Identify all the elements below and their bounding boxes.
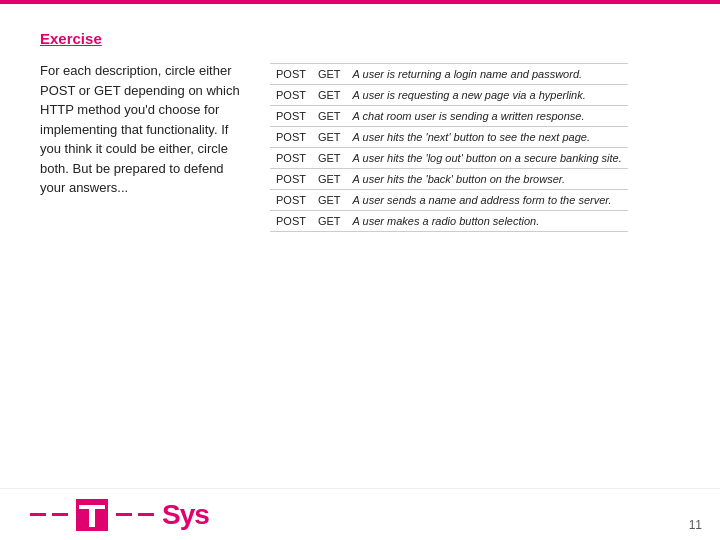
exercise-table: POSTGETA user is returning a login name … [270,63,628,232]
post-label: POST [270,211,312,232]
row-description: A user makes a radio button selection. [347,211,628,232]
dash1 [30,513,46,516]
get-label: GET [312,106,347,127]
table-row: POSTGETA user hits the 'back' button on … [270,169,628,190]
row-description: A user hits the 'back' button on the bro… [347,169,628,190]
instructions-panel: For each description, circle either POST… [40,61,240,232]
sys-text: Sys [162,499,209,531]
dash2 [52,513,68,516]
table-row: POSTGETA user hits the 'next' button to … [270,127,628,148]
exercise-table-area: POSTGETA user is returning a login name … [270,61,680,232]
t-logo [74,497,110,533]
row-description: A chat room user is sending a written re… [347,106,628,127]
page-number: 11 [689,518,702,532]
top-border [0,0,720,4]
post-label: POST [270,190,312,211]
dash4 [138,513,154,516]
row-description: A user is returning a login name and pas… [347,64,628,85]
table-row: POSTGETA user is requesting a new page v… [270,85,628,106]
get-label: GET [312,64,347,85]
row-description: A user hits the 'next' button to see the… [347,127,628,148]
bottom-bar: Sys [0,488,720,540]
post-label: POST [270,169,312,190]
get-label: GET [312,190,347,211]
content-area: Exercise For each description, circle ei… [0,0,720,252]
table-row: POSTGETA user is returning a login name … [270,64,628,85]
row-description: A user hits the 'log out' button on a se… [347,148,628,169]
brand-area: Sys [30,497,209,533]
table-row: POSTGETA user makes a radio button selec… [270,211,628,232]
exercise-title: Exercise [40,30,680,47]
post-label: POST [270,148,312,169]
post-label: POST [270,85,312,106]
get-label: GET [312,148,347,169]
svg-rect-2 [89,505,95,527]
get-label: GET [312,127,347,148]
row-description: A user sends a name and address form to … [347,190,628,211]
get-label: GET [312,211,347,232]
row-description: A user is requesting a new page via a hy… [347,85,628,106]
main-layout: For each description, circle either POST… [40,61,680,232]
post-label: POST [270,64,312,85]
get-label: GET [312,85,347,106]
table-row: POSTGETA user hits the 'log out' button … [270,148,628,169]
post-label: POST [270,106,312,127]
get-label: GET [312,169,347,190]
table-row: POSTGETA chat room user is sending a wri… [270,106,628,127]
instructions-text: For each description, circle either POST… [40,61,240,198]
dash3 [116,513,132,516]
post-label: POST [270,127,312,148]
table-row: POSTGETA user sends a name and address f… [270,190,628,211]
